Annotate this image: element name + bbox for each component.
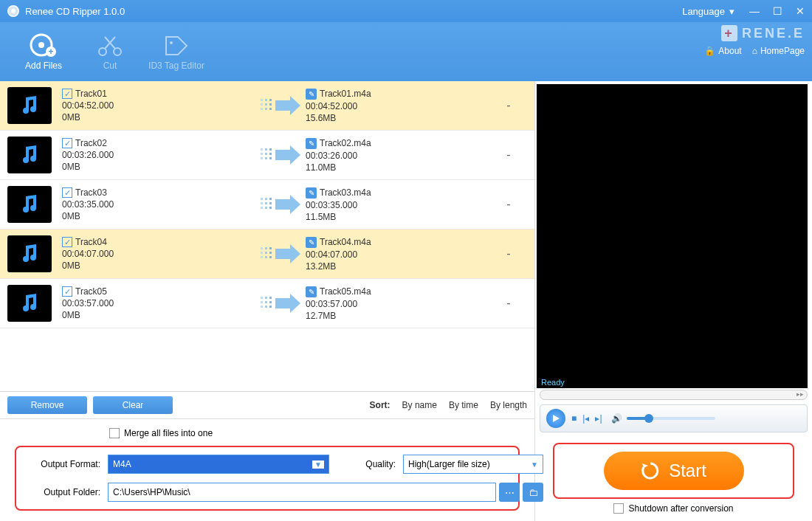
track-thumbnail <box>7 87 52 124</box>
svg-point-6 <box>170 41 173 44</box>
minimize-button[interactable]: — <box>749 5 760 17</box>
prev-button[interactable]: |◂ <box>582 413 589 424</box>
svg-rect-48 <box>265 306 267 308</box>
track-checkbox[interactable]: ✓ <box>62 286 72 297</box>
shutdown-checkbox[interactable] <box>613 503 624 514</box>
track-size: 0MB <box>62 112 254 123</box>
track-status: - <box>498 198 520 211</box>
output-size: 11.5MB <box>306 212 498 222</box>
sort-by-name[interactable]: By name <box>402 400 437 410</box>
svg-rect-24 <box>269 157 272 159</box>
svg-rect-39 <box>265 256 267 258</box>
track-checkbox[interactable]: ✓ <box>62 138 72 148</box>
close-button[interactable]: ✕ <box>796 5 805 17</box>
track-name: Track02 <box>75 138 107 148</box>
cut-button[interactable]: Cut <box>77 32 143 71</box>
about-link[interactable]: 🔒About <box>704 46 741 56</box>
edit-icon[interactable]: ✎ <box>306 89 317 100</box>
output-format-label: Output Format: <box>27 459 100 469</box>
track-duration: 00:04:07.000 <box>62 249 254 259</box>
clear-button[interactable]: Clear <box>93 396 173 414</box>
track-name: Track03 <box>75 187 107 198</box>
edit-icon[interactable]: ✎ <box>306 286 317 297</box>
brand-logo: +RENE.E <box>721 25 805 41</box>
svg-point-5 <box>114 48 121 55</box>
track-size: 0MB <box>62 211 254 221</box>
output-name: Track01.m4a <box>320 89 371 99</box>
svg-rect-38 <box>265 252 267 254</box>
stop-button[interactable]: ■ <box>571 413 577 424</box>
track-duration: 00:03:26.000 <box>62 150 254 160</box>
output-folder-label: Output Folder: <box>27 487 100 497</box>
remove-button[interactable]: Remove <box>7 396 87 414</box>
app-title: Renee CD Ripper 1.0.0 <box>25 6 125 17</box>
track-duration: 00:03:35.000 <box>62 199 254 210</box>
track-duration: 00:03:57.000 <box>62 298 254 308</box>
arrow-icon <box>254 292 306 314</box>
track-thumbnail <box>7 137 52 173</box>
chevron-down-icon: ▼ <box>312 460 324 469</box>
quality-dropdown[interactable]: High(Larger file size)▼ <box>403 455 543 474</box>
edit-icon[interactable]: ✎ <box>306 187 317 199</box>
svg-rect-26 <box>261 202 263 204</box>
language-menu[interactable]: Language ▾ <box>682 6 734 17</box>
volume-icon[interactable]: 🔊 <box>611 413 622 424</box>
chevron-down-icon: ▼ <box>531 460 538 469</box>
svg-rect-21 <box>265 157 267 159</box>
track-row[interactable]: ✓Track0200:03:26.0000MB✎Track02.m4a00:03… <box>0 131 534 180</box>
preview-pane <box>537 84 808 376</box>
edit-icon[interactable]: ✎ <box>306 138 317 149</box>
svg-rect-49 <box>269 297 272 299</box>
output-size: 11.0MB <box>306 162 498 173</box>
output-settings: Output Format: M4A▼ Quality: High(Larger… <box>15 446 520 511</box>
svg-rect-17 <box>261 153 263 155</box>
output-folder-input[interactable] <box>108 483 496 502</box>
output-format-dropdown[interactable]: M4A▼ <box>108 455 329 474</box>
dots-icon: ⋯ <box>505 487 515 498</box>
id3-editor-button[interactable]: ID3 Tag Editor <box>143 32 210 71</box>
output-name: Track03.m4a <box>320 187 371 198</box>
svg-rect-41 <box>269 252 272 254</box>
svg-rect-42 <box>269 256 272 258</box>
merge-label: Merge all files into one <box>124 428 213 438</box>
track-checkbox[interactable]: ✓ <box>62 237 72 247</box>
toolbar: + Add Files Cut ID3 Tag Editor +RENE.E 🔒… <box>0 22 812 81</box>
volume-slider[interactable] <box>627 417 715 420</box>
track-thumbnail <box>7 285 52 322</box>
track-name: Track05 <box>75 286 107 297</box>
track-row[interactable]: ✓Track0500:03:57.0000MB✎Track05.m4a00:03… <box>0 279 534 328</box>
add-files-button[interactable]: + Add Files <box>10 32 77 71</box>
homepage-link[interactable]: ⌂HomePage <box>752 46 805 56</box>
svg-rect-22 <box>269 148 272 151</box>
svg-point-4 <box>99 48 106 55</box>
edit-icon[interactable]: ✎ <box>306 237 317 248</box>
track-size: 0MB <box>62 260 254 271</box>
shutdown-label: Shutdown after conversion <box>628 503 733 514</box>
track-checkbox[interactable]: ✓ <box>62 187 72 198</box>
svg-rect-50 <box>269 301 272 303</box>
maximize-button[interactable]: ☐ <box>773 5 782 17</box>
sort-by-length[interactable]: By length <box>490 400 527 410</box>
arrow-icon <box>254 144 306 166</box>
next-button[interactable]: ▸| <box>595 413 602 424</box>
svg-point-1 <box>38 42 44 48</box>
svg-rect-12 <box>265 108 267 110</box>
arrow-icon <box>254 193 306 215</box>
svg-rect-47 <box>265 301 267 303</box>
play-button[interactable] <box>546 409 565 428</box>
track-row[interactable]: ✓Track0300:03:35.0000MB✎Track03.m4a00:03… <box>0 180 534 230</box>
start-button[interactable]: Start <box>604 452 744 490</box>
svg-rect-10 <box>265 99 267 101</box>
track-row[interactable]: ✓Track0400:04:07.0000MB✎Track04.m4a00:04… <box>0 230 534 279</box>
track-checkbox[interactable]: ✓ <box>62 89 72 99</box>
sort-by-time[interactable]: By time <box>449 400 478 410</box>
track-list[interactable]: ✓Track0100:04:52.0000MB✎Track01.m4a00:04… <box>0 81 534 391</box>
svg-rect-51 <box>269 306 272 308</box>
track-row[interactable]: ✓Track0100:04:52.0000MB✎Track01.m4a00:04… <box>0 81 534 131</box>
svg-rect-35 <box>261 252 263 254</box>
svg-rect-30 <box>265 207 267 209</box>
merge-checkbox[interactable] <box>109 428 120 438</box>
more-button[interactable]: ⋯ <box>499 483 520 502</box>
progress-bar[interactable]: ▸▸ <box>540 390 808 400</box>
svg-rect-43 <box>261 297 263 299</box>
